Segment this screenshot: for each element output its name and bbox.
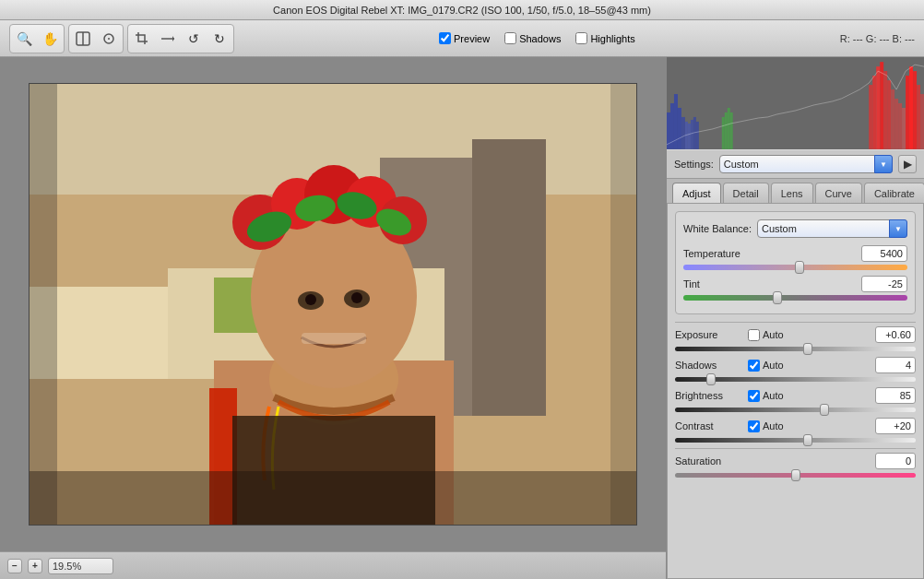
white-balance-select-wrapper: Custom As Shot Auto Daylight Cloudy Shad… [757,219,907,238]
image-container [0,57,666,551]
svg-point-3 [108,38,110,40]
saturation-section: Saturation 0 [675,453,916,478]
exposure-label: Exposure [675,329,744,340]
saturation-value[interactable]: 0 [875,453,916,469]
zoom-in-button[interactable]: + [28,559,42,573]
exposure-slider-track[interactable] [675,347,916,351]
tab-adjust[interactable]: Adjust [672,183,721,203]
exposure-value[interactable]: +0.60 [875,326,916,343]
saturation-slider-track[interactable] [675,473,916,478]
white-balance-select-arrow[interactable]: ▼ [889,219,907,238]
svg-rect-29 [302,333,366,344]
white-balance-label: White Balance: [683,223,752,234]
exposure-slider-thumb[interactable] [803,343,812,355]
svg-rect-51 [872,76,876,149]
brightness-auto-checkbox[interactable] [748,390,760,402]
svg-rect-61 [909,66,913,149]
shadows-label: Shadows [519,33,561,44]
shadows-auto-checkbox[interactable] [748,360,760,372]
white-balance-tool[interactable] [71,27,95,51]
white-balance-section: White Balance: Custom As Shot Auto Dayli… [675,211,916,314]
svg-rect-57 [894,99,898,149]
shadows-slider-thumb[interactable] [706,373,716,385]
preview-checkbox-label[interactable]: Preview [439,32,490,44]
contrast-value[interactable]: +20 [875,418,916,434]
image-panel: − + 19.5% 25% 50% 100% Fit in View Fill … [0,57,666,579]
svg-marker-5 [172,36,174,41]
svg-rect-56 [891,89,894,149]
tab-curve[interactable]: Curve [815,183,862,203]
tool-group-transform: ↺ ↻ [127,24,234,53]
svg-rect-33 [610,84,637,526]
zoom-tool[interactable]: 🔍 [12,27,36,51]
svg-point-27 [305,294,316,305]
contrast-slider-thumb[interactable] [803,434,812,446]
zoom-out-button[interactable]: − [7,559,22,573]
svg-rect-42 [688,124,691,149]
brightness-label: Brightness [675,390,744,401]
crop-tool[interactable] [130,27,154,51]
tint-value[interactable]: -25 [861,276,907,292]
svg-rect-53 [880,62,883,149]
settings-extra-button[interactable]: ▶ [898,155,917,173]
photo-display [29,83,637,526]
divider-1 [675,322,916,323]
tint-slider-track[interactable] [683,295,907,301]
histogram-area [667,57,924,149]
rotate-ccw-tool[interactable]: ↺ [182,27,206,51]
exposure-auto-checkbox[interactable] [748,329,760,341]
svg-point-28 [351,292,362,303]
hand-tool[interactable]: ✋ [38,27,62,51]
tab-lens[interactable]: Lens [771,183,813,203]
contrast-auto-checkbox[interactable] [748,420,760,432]
tint-label: Tint [683,278,757,290]
straighten-tool[interactable] [156,27,180,51]
settings-select-arrow[interactable]: ▼ [874,155,893,173]
tab-detail[interactable]: Detail [723,183,769,203]
shadows-value[interactable]: 4 [875,357,916,373]
tint-row: Tint -25 [683,276,907,301]
highlights-checkbox-label[interactable]: Highlights [575,32,634,44]
svg-rect-54 [883,71,887,149]
title-bar: Canon EOS Digital Rebel XT: IMG_0179.CR2… [0,0,924,20]
shadows-slider-track[interactable] [675,377,916,382]
shadows-checkbox[interactable] [504,32,516,44]
tab-calibrate[interactable]: Calibrate [864,183,924,203]
brightness-slider-thumb[interactable] [820,404,829,416]
svg-rect-32 [30,84,57,526]
svg-rect-45 [696,122,699,149]
saturation-slider-thumb[interactable] [791,469,800,481]
contrast-auto-label: Auto [763,420,784,431]
white-balance-select[interactable]: Custom As Shot Auto Daylight Cloudy Shad… [757,219,907,238]
brightness-value[interactable]: 85 [875,387,916,404]
svg-rect-48 [728,108,730,149]
svg-rect-60 [906,76,909,149]
contrast-slider-track[interactable] [675,438,916,443]
shadows-checkbox-label[interactable]: Shadows [504,32,561,44]
svg-rect-63 [917,85,920,149]
toolbar: 🔍 ✋ ↺ ↻ Preview Shadows Highlights [0,20,924,57]
preview-checkbox[interactable] [439,32,451,44]
temperature-value[interactable]: 5400 [861,245,907,262]
tint-slider-thumb[interactable] [773,291,782,304]
histogram-chart [667,57,924,149]
tabs-row: Adjust Detail Lens Curve Calibrate [667,179,924,203]
preview-label: Preview [454,33,490,44]
toolbar-right: R: --- G: --- B: --- [840,33,915,44]
highlights-checkbox[interactable] [575,32,587,44]
temperature-slider-thumb[interactable] [795,261,804,274]
title-text: Canon EOS Digital Rebel XT: IMG_0179.CR2… [273,5,651,16]
color-sampler-tool[interactable] [97,27,121,51]
image-footer: − + 19.5% 25% 50% 100% Fit in View Fill … [0,551,666,579]
brightness-slider-track[interactable] [675,408,916,412]
divider-2 [675,448,916,449]
rotate-cw-tool[interactable]: ↻ [207,27,231,51]
brightness-auto-label: Auto [763,390,784,401]
contrast-label: Contrast [675,420,744,431]
zoom-select[interactable]: 19.5% 25% 50% 100% Fit in View Fill View [48,558,113,574]
temperature-row: Temperature 5400 [683,245,907,270]
saturation-label: Saturation [675,455,744,467]
settings-select[interactable]: Custom Camera Raw Defaults Previous Conv… [719,155,893,173]
temperature-slider-track[interactable] [683,265,907,270]
svg-rect-59 [902,108,906,149]
